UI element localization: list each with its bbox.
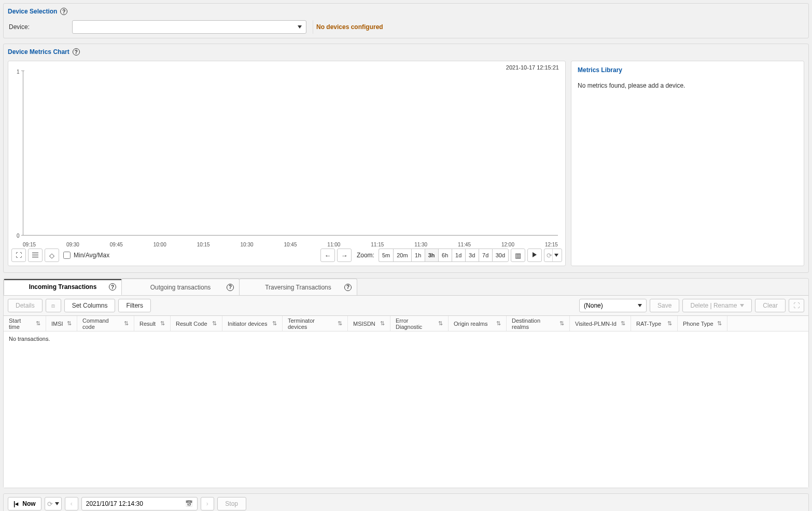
column-header[interactable]: Phone Type (678, 316, 727, 331)
set-columns-button[interactable]: Set Columns (64, 299, 116, 312)
tab-traversing[interactable]: Traversing Transactions ? (239, 279, 357, 295)
bottom-refresh-split-button[interactable] (45, 497, 62, 510)
chart-y-tick (21, 71, 24, 71)
tab-incoming[interactable]: Incoming Transactions ? (4, 279, 122, 295)
filters-button[interactable]: Filters (118, 299, 151, 312)
column-header[interactable]: Result Code (171, 316, 222, 331)
chart-calendar-button[interactable] (511, 248, 525, 262)
zoom-30d-button[interactable]: 30d (492, 248, 509, 262)
chart-play-button[interactable] (527, 248, 542, 262)
datetime-field[interactable]: 2021/10/17 12:14:30 (81, 497, 198, 510)
column-header-label: Terminator devices (288, 317, 334, 330)
zoom-7d-button[interactable]: 7d (479, 248, 492, 262)
column-header[interactable]: Result (134, 316, 171, 331)
device-metrics-chart-panel: Device Metrics Chart ? 2021-10-17 12:15:… (3, 44, 809, 273)
chart-y-tick-label: 0 (17, 233, 20, 239)
grid-empty-message: No transactions. (9, 336, 50, 342)
column-header[interactable]: Terminator devices (283, 316, 348, 331)
help-icon[interactable]: ? (344, 284, 352, 291)
grid-expand-button[interactable] (789, 299, 804, 312)
sort-icon (64, 320, 72, 327)
zoom-6h-button[interactable]: 6h (438, 248, 452, 262)
column-header-label: Result (139, 321, 156, 327)
help-icon[interactable]: ? (227, 284, 234, 291)
minavgmax-label: Min/Avg/Max (74, 252, 109, 259)
column-header[interactable]: Error Diagnostic (390, 316, 449, 331)
column-header[interactable]: IMSI (46, 316, 77, 331)
bottom-next-button[interactable]: › (201, 497, 214, 510)
column-header-label: RAT-Type (636, 321, 661, 327)
zoom-3h-button[interactable]: 3h (425, 248, 438, 262)
chart-x-axis (23, 235, 558, 236)
zoom-group: 5m20m1h3h6h1d3d7d30d (379, 248, 509, 262)
chart-legend-button[interactable] (28, 248, 43, 262)
grid-body: No transactions. (4, 332, 808, 488)
zoom-1h-button[interactable]: 1h (411, 248, 425, 262)
column-header[interactable]: Origin realms (449, 316, 507, 331)
tab-outgoing[interactable]: Outgoing transactions ? (121, 279, 240, 295)
sort-icon (714, 320, 722, 327)
chart-nav-forward-button[interactable] (337, 248, 352, 262)
zoom-label: Zoom: (357, 252, 374, 259)
column-header[interactable]: MSISDN (348, 316, 390, 331)
grid-header: Start timeIMSICommand codeResultResult C… (4, 316, 808, 332)
delete-rename-button[interactable]: Delete | Rename (682, 299, 752, 312)
chart-refresh-split-button[interactable] (544, 248, 562, 262)
arrow-right-icon (341, 252, 347, 259)
filter-select[interactable]: (None) (579, 299, 647, 312)
sort-icon (209, 320, 217, 327)
now-bar-icon: |◂ (13, 500, 18, 507)
zoom-3d-button[interactable]: 3d (465, 248, 479, 262)
minavgmax-checkbox[interactable]: Min/Avg/Max (63, 252, 109, 259)
sort-icon (33, 320, 40, 327)
refresh-icon (47, 500, 53, 508)
zoom-1d-button[interactable]: 1d (452, 248, 465, 262)
refresh-icon (547, 252, 552, 259)
grid-icon-button[interactable] (46, 299, 61, 312)
sort-icon (334, 320, 342, 327)
tab-outgoing-label: Outgoing transactions (150, 284, 211, 291)
sort-icon (157, 320, 165, 327)
zoom-5m-button[interactable]: 5m (379, 248, 393, 262)
column-header[interactable]: Initiator devices (222, 316, 283, 331)
chevron-down-icon (55, 502, 59, 505)
now-button[interactable]: |◂ Now (8, 497, 41, 510)
device-selection-title: Device Selection ? (8, 8, 67, 15)
save-button[interactable]: Save (650, 299, 679, 312)
sort-icon (556, 320, 564, 327)
column-header-label: Initiator devices (228, 321, 267, 327)
stop-button[interactable]: Stop (217, 497, 246, 510)
transactions-panel: Incoming Transactions ? Outgoing transac… (3, 278, 809, 488)
column-header[interactable]: Visited-PLMN-Id (570, 316, 631, 331)
zoom-20m-button[interactable]: 20m (393, 248, 411, 262)
datetime-value: 2021/10/17 12:14:30 (86, 500, 143, 507)
device-select[interactable] (72, 20, 306, 34)
sort-icon (664, 320, 672, 327)
column-header-label: Phone Type (683, 321, 713, 327)
column-header-label: Result Code (176, 321, 207, 327)
column-header[interactable]: Command code (77, 316, 134, 331)
bottom-prev-button[interactable]: ‹ (65, 497, 78, 510)
sort-icon (435, 320, 443, 327)
clear-button[interactable]: Clear (755, 299, 786, 312)
details-button[interactable]: Details (8, 299, 43, 312)
chart-expand-button[interactable] (11, 248, 26, 262)
column-header-label: Error Diagnostic (396, 317, 435, 330)
chart-nav-back-button[interactable] (320, 248, 335, 262)
calendar-icon (185, 500, 193, 507)
column-header[interactable]: Destination realms (507, 316, 570, 331)
help-icon[interactable]: ? (109, 283, 116, 291)
bottom-bar: |◂ Now ‹ 2021/10/17 12:14:30 › Stop (3, 493, 809, 511)
sort-icon (618, 320, 625, 327)
chart-clear-button[interactable] (45, 248, 59, 262)
metrics-library-title: Metrics Library (578, 66, 797, 74)
column-header-label: Visited-PLMN-Id (575, 321, 617, 327)
chart-timestamp: 2021-10-17 12:15:21 (506, 64, 559, 71)
column-header[interactable]: Start time (4, 316, 46, 331)
help-icon[interactable]: ? (73, 48, 80, 56)
column-header[interactable]: RAT-Type (631, 316, 678, 331)
minavgmax-checkbox-input[interactable] (63, 252, 71, 259)
help-icon[interactable]: ? (60, 8, 67, 15)
column-header-label: Start time (9, 317, 33, 330)
delete-rename-label: Delete | Rename (690, 302, 737, 309)
